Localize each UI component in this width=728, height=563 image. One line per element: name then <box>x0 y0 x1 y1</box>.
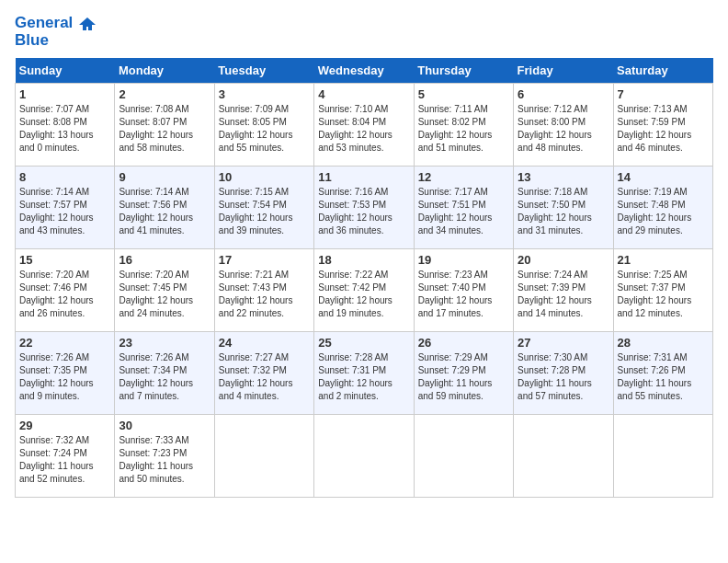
calendar-week-row: 15Sunrise: 7:20 AMSunset: 7:46 PMDayligh… <box>16 249 713 332</box>
day-info: Sunrise: 7:09 AMSunset: 8:05 PMDaylight:… <box>219 103 310 155</box>
day-number: 2 <box>119 87 210 101</box>
day-info: Sunrise: 7:25 AMSunset: 7:37 PMDaylight:… <box>618 269 709 320</box>
day-info: Sunrise: 7:12 AMSunset: 8:00 PMDaylight:… <box>518 103 609 155</box>
calendar-cell: 24Sunrise: 7:27 AMSunset: 7:32 PMDayligh… <box>214 332 313 415</box>
day-info: Sunrise: 7:27 AMSunset: 7:32 PMDaylight:… <box>219 351 310 403</box>
day-info: Sunrise: 7:23 AMSunset: 7:40 PMDaylight:… <box>418 269 509 320</box>
calendar-cell: 9Sunrise: 7:14 AMSunset: 7:56 PMDaylight… <box>115 167 214 249</box>
day-info: Sunrise: 7:16 AMSunset: 7:53 PMDaylight:… <box>318 186 409 237</box>
header-row: SundayMondayTuesdayWednesdayThursdayFrid… <box>16 58 713 84</box>
calendar-cell <box>214 415 313 498</box>
calendar-table: SundayMondayTuesdayWednesdayThursdayFrid… <box>15 58 713 498</box>
day-of-week-header: Friday <box>514 58 613 84</box>
calendar-cell: 20Sunrise: 7:24 AMSunset: 7:39 PMDayligh… <box>514 249 613 332</box>
day-number: 23 <box>119 336 210 350</box>
calendar-cell <box>314 415 414 498</box>
day-number: 18 <box>318 253 409 267</box>
calendar-cell: 13Sunrise: 7:18 AMSunset: 7:50 PMDayligh… <box>514 167 613 249</box>
calendar-cell: 3Sunrise: 7:09 AMSunset: 8:05 PMDaylight… <box>214 84 313 167</box>
calendar-cell: 19Sunrise: 7:23 AMSunset: 7:40 PMDayligh… <box>414 249 513 332</box>
day-number: 1 <box>19 87 110 101</box>
day-number: 24 <box>219 336 310 350</box>
calendar-cell: 26Sunrise: 7:29 AMSunset: 7:29 PMDayligh… <box>414 332 513 415</box>
day-info: Sunrise: 7:20 AMSunset: 7:45 PMDaylight:… <box>119 269 210 320</box>
calendar-cell: 23Sunrise: 7:26 AMSunset: 7:34 PMDayligh… <box>115 332 214 415</box>
day-of-week-header: Thursday <box>414 58 513 84</box>
calendar-cell: 8Sunrise: 7:14 AMSunset: 7:57 PMDaylight… <box>16 167 115 249</box>
day-number: 28 <box>618 336 709 350</box>
day-info: Sunrise: 7:15 AMSunset: 7:54 PMDaylight:… <box>219 186 310 237</box>
calendar-cell: 22Sunrise: 7:26 AMSunset: 7:35 PMDayligh… <box>16 332 115 415</box>
day-number: 4 <box>318 87 409 101</box>
day-number: 9 <box>119 170 210 184</box>
calendar-cell: 11Sunrise: 7:16 AMSunset: 7:53 PMDayligh… <box>314 167 414 249</box>
day-number: 27 <box>518 336 609 350</box>
day-number: 19 <box>418 253 509 267</box>
calendar-cell: 2Sunrise: 7:08 AMSunset: 8:07 PMDaylight… <box>115 84 214 167</box>
day-number: 12 <box>418 170 509 184</box>
calendar-cell <box>613 415 712 498</box>
calendar-week-row: 8Sunrise: 7:14 AMSunset: 7:57 PMDaylight… <box>16 167 713 249</box>
calendar-cell: 21Sunrise: 7:25 AMSunset: 7:37 PMDayligh… <box>613 249 712 332</box>
svg-marker-0 <box>79 17 96 30</box>
day-info: Sunrise: 7:30 AMSunset: 7:28 PMDaylight:… <box>518 351 609 403</box>
day-info: Sunrise: 7:08 AMSunset: 8:07 PMDaylight:… <box>119 103 210 155</box>
calendar-cell: 28Sunrise: 7:31 AMSunset: 7:26 PMDayligh… <box>613 332 712 415</box>
logo: General Blue <box>15 15 96 49</box>
day-of-week-header: Sunday <box>16 58 115 84</box>
calendar-cell: 15Sunrise: 7:20 AMSunset: 7:46 PMDayligh… <box>16 249 115 332</box>
calendar-cell: 17Sunrise: 7:21 AMSunset: 7:43 PMDayligh… <box>214 249 313 332</box>
day-of-week-header: Wednesday <box>314 58 414 84</box>
calendar-week-row: 29Sunrise: 7:32 AMSunset: 7:24 PMDayligh… <box>16 415 713 498</box>
day-number: 17 <box>219 253 310 267</box>
day-info: Sunrise: 7:26 AMSunset: 7:34 PMDaylight:… <box>119 351 210 403</box>
day-number: 10 <box>219 170 310 184</box>
day-info: Sunrise: 7:31 AMSunset: 7:26 PMDaylight:… <box>618 351 709 403</box>
day-number: 22 <box>19 336 110 350</box>
day-of-week-header: Tuesday <box>214 58 313 84</box>
calendar-cell: 25Sunrise: 7:28 AMSunset: 7:31 PMDayligh… <box>314 332 414 415</box>
day-number: 30 <box>119 419 210 432</box>
calendar-cell <box>414 415 513 498</box>
calendar-cell: 30Sunrise: 7:33 AMSunset: 7:23 PMDayligh… <box>115 415 214 498</box>
logo-general: General <box>15 14 73 31</box>
day-info: Sunrise: 7:29 AMSunset: 7:29 PMDaylight:… <box>418 351 509 403</box>
calendar-cell: 27Sunrise: 7:30 AMSunset: 7:28 PMDayligh… <box>514 332 613 415</box>
day-info: Sunrise: 7:21 AMSunset: 7:43 PMDaylight:… <box>219 269 310 320</box>
calendar-cell: 14Sunrise: 7:19 AMSunset: 7:48 PMDayligh… <box>613 167 712 249</box>
day-info: Sunrise: 7:11 AMSunset: 8:02 PMDaylight:… <box>418 103 509 155</box>
day-of-week-header: Monday <box>115 58 214 84</box>
day-info: Sunrise: 7:07 AMSunset: 8:08 PMDaylight:… <box>19 103 110 155</box>
day-info: Sunrise: 7:10 AMSunset: 8:04 PMDaylight:… <box>318 103 409 155</box>
calendar-cell: 6Sunrise: 7:12 AMSunset: 8:00 PMDaylight… <box>514 84 613 167</box>
day-info: Sunrise: 7:19 AMSunset: 7:48 PMDaylight:… <box>618 186 709 237</box>
day-info: Sunrise: 7:22 AMSunset: 7:42 PMDaylight:… <box>318 269 409 320</box>
day-info: Sunrise: 7:32 AMSunset: 7:24 PMDaylight:… <box>19 434 110 486</box>
day-number: 13 <box>518 170 609 184</box>
day-number: 16 <box>119 253 210 267</box>
logo-bird-icon <box>79 16 96 32</box>
day-number: 29 <box>19 419 110 432</box>
day-number: 25 <box>318 336 409 350</box>
day-number: 26 <box>418 336 509 350</box>
calendar-cell: 16Sunrise: 7:20 AMSunset: 7:45 PMDayligh… <box>115 249 214 332</box>
calendar-week-row: 1Sunrise: 7:07 AMSunset: 8:08 PMDaylight… <box>16 84 713 167</box>
day-info: Sunrise: 7:26 AMSunset: 7:35 PMDaylight:… <box>19 351 110 403</box>
day-info: Sunrise: 7:20 AMSunset: 7:46 PMDaylight:… <box>19 269 110 320</box>
calendar-week-row: 22Sunrise: 7:26 AMSunset: 7:35 PMDayligh… <box>16 332 713 415</box>
calendar-cell: 7Sunrise: 7:13 AMSunset: 7:59 PMDaylight… <box>613 84 712 167</box>
calendar-cell: 4Sunrise: 7:10 AMSunset: 8:04 PMDaylight… <box>314 84 414 167</box>
page-header: General Blue <box>15 15 713 49</box>
calendar-cell <box>514 415 613 498</box>
day-number: 5 <box>418 87 509 101</box>
day-number: 15 <box>19 253 110 267</box>
day-info: Sunrise: 7:33 AMSunset: 7:23 PMDaylight:… <box>119 434 210 486</box>
calendar-cell: 5Sunrise: 7:11 AMSunset: 8:02 PMDaylight… <box>414 84 513 167</box>
day-info: Sunrise: 7:14 AMSunset: 7:57 PMDaylight:… <box>19 186 110 237</box>
calendar-cell: 18Sunrise: 7:22 AMSunset: 7:42 PMDayligh… <box>314 249 414 332</box>
day-number: 7 <box>618 87 709 101</box>
day-info: Sunrise: 7:28 AMSunset: 7:31 PMDaylight:… <box>318 351 409 403</box>
day-number: 14 <box>618 170 709 184</box>
day-number: 3 <box>219 87 310 101</box>
day-number: 11 <box>318 170 409 184</box>
